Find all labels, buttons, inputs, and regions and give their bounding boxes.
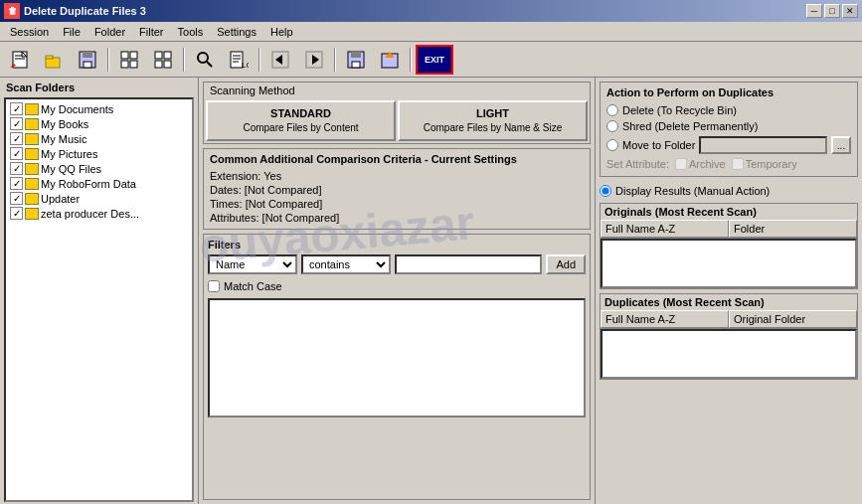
display-results-radio[interactable]	[600, 185, 611, 197]
filter-list[interactable]	[208, 298, 586, 418]
svg-rect-10	[121, 52, 128, 59]
menu-settings[interactable]: Settings	[211, 24, 262, 40]
open-button[interactable]	[38, 45, 70, 75]
minimize-button[interactable]: ─	[806, 4, 822, 18]
filter-name-select[interactable]: Name Extension Size Date	[208, 254, 297, 274]
svg-text:LOG: LOG	[242, 61, 249, 70]
archive-label: Archive	[675, 158, 726, 170]
folder-list[interactable]: ✓ My Documents ✓ My Books ✓ My Music ✓ M…	[4, 97, 194, 502]
folder-checkbox-3[interactable]: ✓	[10, 147, 23, 160]
grid-view-button[interactable]	[113, 45, 145, 75]
list-item[interactable]: ✓ My Music	[8, 131, 190, 146]
folder-name: My Pictures	[41, 148, 97, 160]
folder-name: zeta producer Des...	[41, 208, 139, 220]
match-case-row: Match Case	[208, 278, 586, 294]
menu-file[interactable]: File	[57, 24, 86, 40]
toolbar: LOG EXIT	[0, 42, 862, 78]
light-title: LIGHT	[408, 106, 578, 121]
shred-radio[interactable]	[606, 120, 618, 132]
folder-checkbox-7[interactable]: ✓	[10, 207, 23, 220]
originals-col-folder[interactable]: Folder	[729, 220, 857, 238]
folder-checkbox-2[interactable]: ✓	[10, 132, 23, 145]
menu-folder[interactable]: Folder	[88, 24, 131, 40]
list-item[interactable]: ✓ My Documents	[8, 101, 190, 116]
list-item[interactable]: ✓ Updater	[8, 191, 190, 206]
move-folder-row: Move to Folder ...	[606, 134, 851, 156]
grid-view-button-2[interactable]	[147, 45, 179, 75]
display-results-row: Display Results (Manual Action)	[600, 181, 858, 199]
save-button[interactable]	[72, 45, 103, 75]
duplicates-body[interactable]	[601, 329, 857, 379]
folder-checkbox-6[interactable]: ✓	[10, 192, 23, 205]
app-icon: 🗑	[4, 3, 20, 19]
folder-checkbox-5[interactable]: ✓	[10, 177, 23, 190]
move-folder-radio[interactable]	[606, 139, 618, 151]
folder-icon	[25, 178, 39, 190]
originals-col-fullname[interactable]: Full Name A-Z	[601, 220, 729, 238]
duplicates-header: Full Name A-Z Original Folder	[601, 310, 857, 329]
match-case-checkbox[interactable]	[208, 280, 220, 292]
toolbar-separator-4	[334, 48, 336, 72]
maximize-button[interactable]: □	[824, 4, 840, 18]
add-filter-button[interactable]: Add	[546, 254, 586, 274]
prev-button[interactable]	[264, 45, 296, 75]
folder-checkbox-0[interactable]: ✓	[10, 102, 23, 115]
svg-rect-15	[164, 52, 171, 59]
match-case-label: Match Case	[224, 280, 282, 292]
menu-help[interactable]: Help	[264, 24, 299, 40]
originals-title: Originals (Most Recent Scan)	[601, 204, 857, 220]
list-item[interactable]: ✓ My Pictures	[8, 146, 190, 161]
folder-icon	[25, 103, 39, 115]
set-attribute-row: Set Attribute: Archive Temporary	[606, 156, 851, 172]
comparison-row-times: Times: [Not Compared]	[210, 197, 584, 211]
shred-label: Shred (Delete Permanently)	[622, 120, 758, 132]
method-buttons: STANDARD Compare Files by Content LIGHT …	[204, 98, 590, 143]
originals-body[interactable]	[601, 239, 857, 288]
list-item[interactable]: ✓ My QQ Files	[8, 161, 190, 176]
duplicates-col-folder[interactable]: Original Folder	[729, 310, 857, 328]
log-button[interactable]: LOG	[223, 45, 255, 75]
light-subtitle: Compare Files by Name & Size	[408, 121, 578, 135]
menu-session[interactable]: Session	[4, 24, 55, 40]
folder-name: My Books	[41, 118, 88, 130]
comparison-row-extension: Extension: Yes	[210, 169, 584, 183]
temporary-checkbox[interactable]	[732, 158, 744, 170]
list-item[interactable]: ✓ zeta producer Des...	[8, 206, 190, 221]
light-method-button[interactable]: LIGHT Compare Files by Name & Size	[398, 100, 588, 141]
menu-filter[interactable]: Filter	[133, 24, 169, 40]
comparison-title: Common Additional Comparison Criteria - …	[210, 153, 584, 165]
window-controls: ─ □ ✕	[806, 4, 858, 18]
standard-method-button[interactable]: STANDARD Compare Files by Content	[206, 100, 396, 141]
svg-point-18	[198, 53, 208, 63]
archive-checkbox[interactable]	[675, 158, 687, 170]
next-button[interactable]	[298, 45, 330, 75]
delete-recycle-radio[interactable]	[606, 104, 618, 116]
filter-condition-select[interactable]: contains starts with ends with equals	[301, 254, 391, 274]
new-session-button[interactable]	[4, 45, 36, 75]
folder-name: My Music	[41, 133, 86, 145]
list-item[interactable]: ✓ My Books	[8, 116, 190, 131]
load-results-button[interactable]	[374, 45, 406, 75]
standard-subtitle: Compare Files by Content	[216, 121, 386, 135]
scan-button[interactable]	[189, 45, 221, 75]
save-results-button[interactable]	[340, 45, 372, 75]
folder-checkbox-1[interactable]: ✓	[10, 117, 23, 130]
exit-button[interactable]: EXIT	[416, 45, 453, 75]
svg-rect-17	[164, 61, 171, 68]
list-item[interactable]: ✓ My RoboForm Data	[8, 176, 190, 191]
move-folder-input[interactable]	[699, 136, 827, 154]
menu-tools[interactable]: Tools	[172, 24, 210, 40]
folder-icon	[25, 148, 39, 160]
filter-value-input[interactable]	[395, 254, 542, 274]
filter-input-row: Name Extension Size Date contains starts…	[208, 254, 586, 274]
browse-button[interactable]: ...	[831, 136, 851, 154]
close-button[interactable]: ✕	[842, 4, 858, 18]
svg-rect-30	[351, 52, 361, 58]
originals-section: Originals (Most Recent Scan) Full Name A…	[600, 203, 858, 289]
duplicates-col-fullname[interactable]: Full Name A-Z	[601, 310, 729, 328]
shred-row: Shred (Delete Permanently)	[606, 118, 851, 134]
folder-checkbox-4[interactable]: ✓	[10, 162, 23, 175]
menu-bar: Session File Folder Filter Tools Setting…	[0, 22, 862, 42]
title-bar: 🗑 Delete Duplicate Files 3 ─ □ ✕	[0, 0, 862, 22]
toolbar-separator-2	[183, 48, 185, 72]
